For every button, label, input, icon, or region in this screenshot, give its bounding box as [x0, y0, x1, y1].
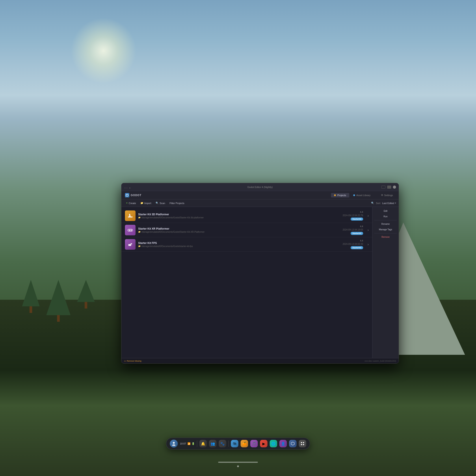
project-path-row-2: 📁 /storage/emulated/0/Documents/Godot/St…: [138, 231, 340, 233]
project-info-1: Starter Kit 3D Platformer 📁 /storage/emu…: [138, 213, 340, 219]
project-date-3: 2024-09-13 04:02:33: [343, 243, 363, 245]
search-icon[interactable]: 🔍: [371, 202, 374, 204]
paw-app[interactable]: 🐾: [219, 440, 226, 447]
create-button[interactable]: ✦ Create: [124, 201, 138, 205]
food-app[interactable]: 🍊: [240, 440, 248, 447]
project-arrow-1[interactable]: ›: [368, 214, 369, 218]
titlebar-dots: ··· ‹: [124, 186, 132, 188]
home-indicator[interactable]: [218, 462, 258, 463]
project-tag-1: StarterKit: [351, 218, 363, 221]
project-version-2: 4.4: [360, 225, 363, 228]
taskbar-separator: [197, 441, 197, 447]
mesh-app[interactable]: [289, 440, 296, 447]
settings-icon: ⚙: [381, 194, 383, 197]
svg-rect-12: [131, 244, 132, 244]
music-app[interactable]: 🎵: [250, 440, 258, 447]
project-meta-1: 4.4 2024-09-13 04:22:79 StarterKit: [343, 211, 363, 221]
project-arrow-2[interactable]: ›: [368, 228, 369, 232]
last-edited-button[interactable]: Last Edited ▾: [382, 202, 396, 204]
window-titlebar: ··· ‹ Godot Editor 4 (Nightly): [121, 183, 399, 191]
project-item-fps[interactable]: Starter Kit FPS 📁 /storage/emulated/0/Do…: [121, 237, 372, 252]
tile-button[interactable]: [381, 186, 385, 189]
video-app[interactable]: ▶: [260, 440, 267, 447]
svg-rect-17: [303, 442, 304, 443]
back-button[interactable]: ‹: [129, 186, 132, 188]
project-path-row-3: 📁 /storage/emulated/0/Documents/Godot/st…: [138, 245, 340, 247]
rename-button[interactable]: Rename: [374, 222, 397, 226]
avatar2-app[interactable]: 👤: [279, 440, 287, 447]
project-icon-2: [125, 225, 136, 235]
page-dot: [237, 465, 239, 467]
remove-missing-button[interactable]: ⚠ Remove Missing: [124, 360, 141, 362]
sort-button[interactable]: Sort: [376, 202, 380, 204]
folder-icon: [334, 194, 336, 196]
project-date-2: 2024-09-13 04:19:03: [343, 229, 363, 231]
project-tag-3: StarterKit: [351, 246, 363, 249]
projects-area: Starter Kit 3D Platformer 📁 /storage/emu…: [121, 207, 399, 363]
import-button[interactable]: 📁 Import: [139, 201, 153, 205]
projects-list: Starter Kit 3D Platformer 📁 /storage/emu…: [121, 207, 372, 363]
godot-name-label: GODOT: [131, 194, 141, 197]
svg-rect-18: [301, 444, 302, 445]
run-button[interactable]: Run: [374, 214, 397, 219]
project-icon-3: [125, 239, 136, 250]
project-name-3: Starter Kit FPS: [138, 241, 340, 245]
version-label: v4.4.dev custom_build (054d3c293): [364, 360, 396, 362]
svg-point-14: [172, 444, 175, 446]
taskbar-avatar[interactable]: [170, 440, 178, 448]
sun-glow: [70, 18, 137, 84]
settings-button[interactable]: ⚙ Settings: [379, 193, 395, 197]
project-arrow-3[interactable]: ›: [368, 242, 369, 246]
grid-menu-app[interactable]: [299, 440, 306, 447]
svg-point-2: [127, 195, 128, 195]
project-info-3: Starter Kit FPS 📁 /storage/emulated/0/Do…: [138, 241, 340, 247]
bottom-bar: ⚠ Remove Missing v4.4.dev custom_build (…: [121, 358, 399, 363]
scan-icon: 🔍: [155, 202, 159, 204]
scan-button[interactable]: 🔍 Scan: [154, 201, 167, 205]
svg-rect-19: [303, 444, 304, 445]
svg-point-7: [129, 230, 130, 231]
project-name-1: Starter Kit 3D Platformer: [138, 213, 340, 216]
project-path-1: /storage/emulated/0/Documents/Godot/Star…: [141, 216, 204, 219]
group-app[interactable]: 👥: [209, 440, 216, 447]
godot-window: ··· ‹ Godot Editor 4 (Nightly) GODOT: [121, 183, 399, 364]
manage-tags-button[interactable]: Manage Tags: [374, 227, 397, 232]
minimize-button[interactable]: [387, 186, 391, 189]
svg-point-1: [126, 195, 127, 195]
project-info-2: Starter Kit XR Platformer 📁 /storage/emu…: [138, 227, 340, 233]
panel-separator-2: [374, 233, 397, 233]
svg-marker-15: [291, 442, 294, 445]
asset-icon: [353, 194, 355, 196]
notification-bell-app[interactable]: 🔔: [199, 440, 207, 447]
project-path-row-1: 📁 /storage/emulated/0/Documents/Godot/St…: [138, 216, 340, 219]
close-button[interactable]: [393, 186, 396, 189]
window-title: Godot Editor 4 (Nightly): [247, 186, 273, 188]
project-date-1: 2024-09-13 04:22:79: [343, 214, 363, 217]
window-header: GODOT Projects Asset Library ⚙ Settings: [121, 191, 399, 199]
titlebar-controls: [381, 186, 396, 189]
filter-projects-button[interactable]: Filter Projects: [168, 201, 186, 205]
godot-icon: [125, 193, 129, 197]
path-icon-2: 📁: [138, 231, 141, 233]
project-meta-2: 4.4 2024-09-13 04:19:03 StarterKit: [343, 225, 363, 235]
svg-point-0: [126, 194, 128, 196]
folder-open-icon: 📁: [140, 202, 143, 204]
project-path-2: /storage/emulated/0/Documents/Godot/Star…: [141, 231, 204, 233]
chevron-down-icon: ▾: [395, 202, 396, 204]
project-tag-2: StarterKit: [351, 232, 363, 235]
tab-asset-library[interactable]: Asset Library: [350, 193, 374, 197]
tab-projects[interactable]: Projects: [331, 193, 349, 197]
warning-icon: ⚠: [124, 360, 126, 362]
globe-app[interactable]: 🌐: [270, 440, 277, 447]
svg-point-13: [173, 442, 175, 444]
project-item-platformer[interactable]: Starter Kit 3D Platformer 📁 /storage/emu…: [121, 209, 372, 223]
trees-area: [22, 280, 95, 322]
tree-3: [77, 280, 95, 322]
path-icon-3: 📁: [138, 245, 141, 247]
svg-point-8: [131, 230, 132, 231]
edit-button[interactable]: Edit: [374, 209, 397, 213]
header-tabs: Projects Asset Library: [331, 193, 374, 197]
store-app[interactable]: 🛍: [231, 440, 238, 447]
remove-button[interactable]: Remove: [374, 235, 397, 239]
project-item-xr[interactable]: Starter Kit XR Platformer 📁 /storage/emu…: [121, 223, 372, 237]
